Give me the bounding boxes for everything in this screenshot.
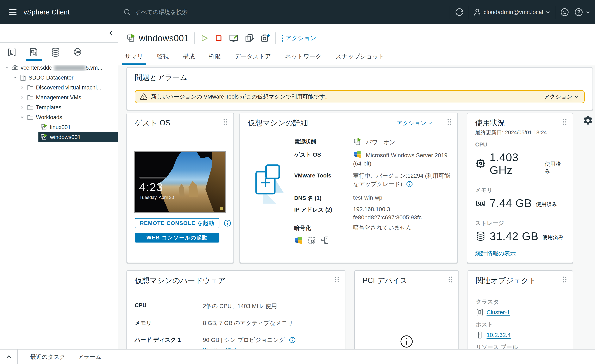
chevron-right-icon[interactable] [19,105,26,109]
host-row: 10.2.32.4 [476,331,565,339]
tree-item-linux001[interactable]: linux001 [38,122,118,132]
tab-networks[interactable]: ネットワーク [284,52,322,65]
usage-card-footer: 統計情報の表示 [467,244,573,263]
tree-item-datacenter[interactable]: SDDC-Datacenter [0,73,118,83]
cpu-usage-value: 1.403 GHz [490,151,541,176]
tab-vms-and-templates-icon[interactable] [23,44,45,60]
view-stats-link[interactable]: 統計情報の表示 [475,250,516,257]
tree-item-discovered-vms[interactable]: Discovered virtual machi... [0,83,118,93]
card-title: 仮想マシンのハードウェア [135,276,337,286]
chevron-down-icon [545,9,551,15]
tab-networking-icon[interactable] [66,44,88,60]
dashboard-settings-gear-icon[interactable] [583,115,593,126]
cpu-usage-metric: 1.403 GHz 使用済み [475,151,565,176]
tree-item-templates[interactable]: Templates [0,102,118,112]
inventory-tabs [1,44,88,60]
tab-monitor[interactable]: 監視 [157,52,170,65]
help-menu[interactable] [574,7,590,17]
card-title: ゲスト OS [135,118,234,128]
feedback-smiley-icon[interactable] [560,7,569,17]
recent-tasks-bar: 最近のタスク アラーム [0,349,595,364]
drag-handle-icon[interactable] [448,276,453,283]
launch-console-icon[interactable] [229,34,238,43]
main-panel: windows001 アクション サマリ 監視 構成 権限 データストア ネット… [118,24,595,349]
windows-logo-icon [353,150,361,158]
drag-handle-icon[interactable] [223,118,228,125]
divider [0,61,118,61]
lock-screen-time: 4:23 [139,180,163,194]
search-icon [123,8,131,16]
divider [194,32,195,44]
tab-snapshots[interactable]: スナップショット [335,52,385,65]
details-actions-menu[interactable]: アクション [397,119,433,127]
cluster-section-label: クラスタ [476,298,565,306]
memory-usage-suffix: 使用済み [536,200,557,208]
power-on-icon[interactable] [200,34,208,42]
refresh-button[interactable] [454,8,464,17]
drag-handle-icon[interactable] [334,276,340,283]
host-link[interactable]: 10.2.32.4 [487,332,511,338]
cpu-chip-icon [475,158,486,169]
drag-handle-icon[interactable] [447,118,452,125]
drag-handle-icon[interactable] [562,276,567,283]
tree-item-label: SDDC-Datacenter [28,75,74,81]
user-menu[interactable]: cloudadmin@vmc.local [473,8,551,16]
sidebar-collapse-icon[interactable] [108,30,114,36]
tab-permissions[interactable]: 権限 [208,52,221,65]
empty-state-info-icon [400,335,413,348]
guest-os-screenshot[interactable]: 4:23 Tuesday, April 30 [134,151,226,213]
tree-item-management-vms[interactable]: Management VMs [0,93,118,102]
info-icon[interactable] [289,336,296,343]
chevron-right-icon[interactable] [19,86,26,90]
recent-tasks-tab[interactable]: 最近のタスク [30,353,65,361]
tree-item-workloads[interactable]: Workloads [0,112,118,122]
vm-icon [40,134,48,141]
launch-remote-console-button[interactable]: REMOTE CONSOLE を起動 [135,218,220,228]
tree-item-label: Workloads [36,114,62,121]
redacted-text [54,65,85,71]
page-title: windows001 [139,33,189,43]
vm-actions-menu[interactable]: アクション [281,34,316,42]
shutdown-icon[interactable] [214,34,223,42]
storage-section-label: ストレージ [475,219,565,227]
sidebar: vcenter.sddc-5.vm... SDDC-Datacenter Dis… [0,24,118,349]
expand-panel-chevron-up-icon[interactable] [0,354,17,360]
chevron-down-icon[interactable] [11,76,19,80]
tab-summary[interactable]: サマリ [124,52,144,65]
info-icon[interactable] [406,181,413,188]
datastore-link[interactable]: WorkloadDatastore [203,347,252,349]
encryption-value: 暗号化されていません [353,223,450,232]
chevron-down-icon[interactable] [19,115,26,119]
alert-actions-menu[interactable]: アクション [544,93,579,100]
chevron-right-icon[interactable] [19,95,26,100]
tab-configure[interactable]: 構成 [182,52,195,65]
cluster-link[interactable]: Cluster-1 [487,309,510,316]
host-section-label: ホスト [476,321,565,328]
vm-tabs: サマリ 監視 構成 権限 データストア ネットワーク スナップショット [118,52,595,65]
tree-item-windows001[interactable]: windows001 [38,132,118,142]
tab-datastores[interactable]: データストア [234,52,271,65]
dns-value: test-win-wp [353,193,450,202]
vcenter-name-suffix: 5.vm... [86,65,102,71]
launch-web-console-button[interactable]: WEB コンソールの起動 [135,233,220,243]
windows-logo-icon [294,236,303,245]
card-title: 仮想マシンの詳細 [248,118,308,128]
vmware-tools-row: VMware Tools 実行中、バージョン:12294 (利用可能なアップグレ… [294,172,450,188]
hamburger-menu-icon[interactable] [9,8,18,17]
drag-handle-icon[interactable] [562,118,567,125]
tab-hosts-and-clusters-icon[interactable] [1,44,23,60]
vcenter-name-prefix: vcenter.sddc- [21,65,54,71]
take-snapshot-icon[interactable] [260,34,270,43]
alarms-tab[interactable]: アラーム [78,353,101,361]
tab-storage-icon[interactable] [45,44,66,60]
info-icon[interactable] [224,219,231,227]
storage-icon [475,231,486,242]
cpu-usage-suffix: 使用済み [545,160,565,175]
chevron-down-icon[interactable] [3,66,11,70]
hardware-memory-row: メモリ 8 GB, 7 GB のアクティブなメモリ [135,319,337,327]
edit-clone-icon[interactable] [245,34,254,43]
chevron-down-icon [428,121,433,125]
search-input[interactable] [135,9,263,16]
card-title: 関連オブジェクト [476,276,565,286]
tree-item-vcenter[interactable]: vcenter.sddc-5.vm... [0,63,118,73]
